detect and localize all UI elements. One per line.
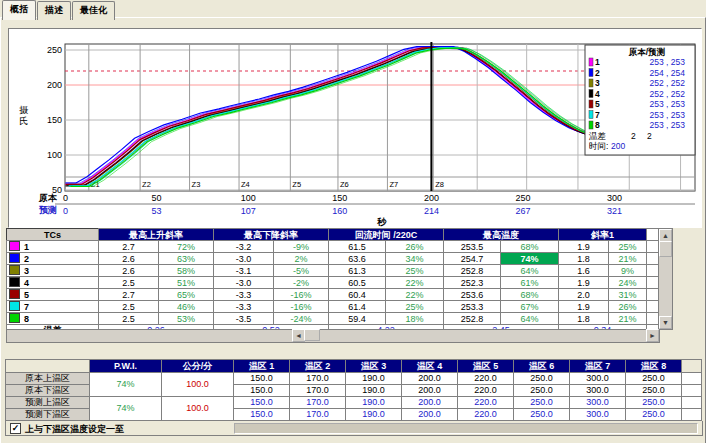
y-tick-label: 150 <box>47 115 62 125</box>
group-header-4: 斜率1 <box>559 229 647 241</box>
scrollbar-thumb-h[interactable] <box>304 329 320 341</box>
tc-cell: 2.5 <box>99 277 159 289</box>
zone-temp-cell: 250.0 <box>626 397 682 409</box>
vertical-scrollbar[interactable]: ▲ ▼ <box>658 228 673 330</box>
zone-temp-cell: 250.0 <box>626 409 682 421</box>
tc-color-chip <box>9 313 20 323</box>
tc-cell: 252.3 <box>444 277 501 289</box>
zone-temp-cell: 200.0 <box>402 373 458 385</box>
filler-cell <box>682 397 702 409</box>
legend-values: 254 , 254 <box>650 68 686 78</box>
tc-cell: 51% <box>159 277 214 289</box>
zone-row-label: 预测上温区 <box>6 397 90 409</box>
tc-cell: 68% <box>501 241 559 253</box>
tab-2[interactable]: 描述 <box>37 1 71 20</box>
zone-temp-cell: 170.0 <box>290 397 346 409</box>
tc-cell: -24% <box>274 313 329 325</box>
tc-cell: 21% <box>609 253 647 265</box>
legend-id: 8 <box>595 120 600 130</box>
legend-values: 253 , 253 <box>650 99 686 109</box>
legend-id: 4 <box>595 89 600 99</box>
tc-color-chip <box>9 253 20 263</box>
pwi-value: 74% <box>90 373 162 397</box>
x-tick-original: 150 <box>332 193 347 203</box>
tc-cell: 1.8 <box>559 313 609 325</box>
zone-temp-cell: 250.0 <box>514 373 570 385</box>
zone-temp-cell: 250.0 <box>514 385 570 397</box>
zone-row-label: 原本下温区 <box>6 385 90 397</box>
zone-table-header: P.W.I.公分/分温区 1温区 2温区 3温区 4温区 5温区 6温区 7温区… <box>6 360 702 373</box>
x-tick-original: 50 <box>152 193 162 203</box>
tc-row-1: 12.772%-3.2-9%61.526%253.568%1.925% <box>7 241 659 253</box>
x-tick-original: 250 <box>515 193 530 203</box>
zone-label: Z2 <box>142 180 151 189</box>
tc-row-5: 52.765%-3.3-16%60.422%253.668%2.031% <box>7 289 659 301</box>
filler-header <box>682 360 702 373</box>
link-zones-row: ✓ 上与下温区温度设定一至 <box>5 421 703 436</box>
y-tick-label: 200 <box>47 80 62 90</box>
tc-label: 8 <box>7 313 99 325</box>
x-tick-original: 300 <box>607 193 622 203</box>
tab-3[interactable]: 最佳化 <box>72 1 115 20</box>
tc-cell: 63% <box>159 253 214 265</box>
link-zones-checkbox[interactable]: ✓ <box>10 423 21 434</box>
tc-cell: 2.5 <box>99 313 159 325</box>
tc-cell: 2.0 <box>559 289 609 301</box>
x-axis-predicted-label: 预测 <box>39 205 57 215</box>
tab-1[interactable]: 概括 <box>2 0 36 20</box>
tc-cell: -3.0 <box>214 253 274 265</box>
tc-label: 3 <box>7 265 99 277</box>
tc-cell: 2.5 <box>99 301 159 313</box>
tc-row-4: 42.551%-3.0-2%60.522%252.361%1.924% <box>7 277 659 289</box>
tc-row-3: 32.658%-3.1-5%61.325%252.864%1.69% <box>7 265 659 277</box>
zone-temp-cell: 250.0 <box>626 385 682 397</box>
zone-temp-cell: 200.0 <box>402 409 458 421</box>
legend-time-label: 时间: <box>589 141 608 151</box>
filler-header <box>647 229 659 241</box>
zone-temp-cell: 190.0 <box>346 385 402 397</box>
zone-temp-cell: 150.0 <box>234 373 290 385</box>
filler-cell <box>647 289 659 301</box>
y-axis-label: 氏 <box>19 116 28 126</box>
profile-chart[interactable]: 50100150200250Z1Z2Z3Z4Z5Z6Z7Z8摄氏原本预测0501… <box>9 29 701 227</box>
zone-header-0 <box>6 360 90 373</box>
tc-label: 4 <box>7 277 99 289</box>
horizontal-scrollbar[interactable]: ◄ ► <box>6 329 660 343</box>
zone-row: 原本上温区74%100.0150.0170.0190.0200.0220.025… <box>6 373 702 385</box>
tc-cell: -3.2 <box>214 241 274 253</box>
filler-cell <box>682 409 702 421</box>
zone-settings-panel: P.W.I.公分/分温区 1温区 2温区 3温区 4温区 5温区 6温区 7温区… <box>5 359 703 436</box>
zone-temp-cell: 190.0 <box>346 373 402 385</box>
tc-cell: 254.7 <box>444 253 501 265</box>
scroll-right-icon[interactable]: ► <box>646 329 659 342</box>
scrollbar-thumb[interactable] <box>659 241 672 257</box>
y-tick-label: 100 <box>47 150 62 160</box>
speed-value: 100.0 <box>162 373 234 397</box>
tc-cell: 61.5 <box>329 241 386 253</box>
legend-chip-7 <box>589 111 593 119</box>
legend-values: 252 , 252 <box>650 89 686 99</box>
tc-label: 1 <box>7 241 99 253</box>
x-tick-predicted: 321 <box>607 206 622 216</box>
x-tick-original: 100 <box>241 193 256 203</box>
tc-cell: 63.6 <box>329 253 386 265</box>
zone-temp-cell: 250.0 <box>514 397 570 409</box>
tc-cell: 1.8 <box>559 253 609 265</box>
tab-bar: 概括描述最佳化 <box>2 1 116 18</box>
zone-temp-cell: 250.0 <box>514 409 570 421</box>
zone-header-4: 温区 2 <box>290 360 346 373</box>
zone-label: Z5 <box>292 180 301 189</box>
y-tick-label: 250 <box>47 45 62 55</box>
x-tick-original: 200 <box>424 193 439 203</box>
tc-cell: -16% <box>274 289 329 301</box>
tc-cell: 253.5 <box>444 241 501 253</box>
tc-cell: 59.4 <box>329 313 386 325</box>
zone-temp-cell: 150.0 <box>234 397 290 409</box>
tc-cell: -5% <box>274 265 329 277</box>
legend-id: 1 <box>595 57 600 67</box>
tc-statistics-table: TCs最高上升斜率最高下降斜率回流时间 /220C最高温度斜率112.772%-… <box>6 228 659 336</box>
filler-cell <box>647 253 659 265</box>
scroll-down-icon[interactable]: ▼ <box>659 316 672 329</box>
filler-cell <box>682 373 702 385</box>
zone-header-9: 温区 7 <box>570 360 626 373</box>
